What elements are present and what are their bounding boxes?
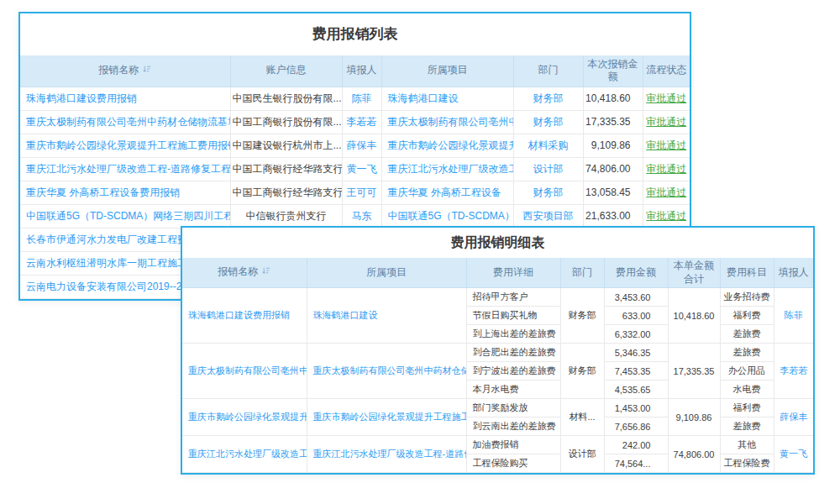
cell-reporter[interactable]: 薛保丰 bbox=[774, 399, 813, 436]
cell-amount: 5,346.35 bbox=[604, 344, 668, 362]
sort-descending-icon bbox=[142, 65, 151, 78]
column-header-label: 所属项目 bbox=[366, 266, 407, 278]
table-row: 重庆市鹅岭公园绿化景观提升工程施工费用报销中国建设银行杭州市上...薛保丰重庆市… bbox=[20, 134, 690, 157]
column-header-7: 填报人 bbox=[774, 258, 813, 288]
cell-account: 中国工商银行股份有限... bbox=[230, 110, 342, 134]
cell-category: 业务招待费 bbox=[720, 288, 774, 307]
cell-name[interactable]: 重庆江北污水处理厂级改造工程-道路修复工程费用... bbox=[20, 157, 230, 181]
cell-department[interactable]: 西安项目部 bbox=[513, 204, 583, 228]
detail-table-title: 费用报销明细表 bbox=[182, 228, 813, 258]
cell-reporter[interactable]: 陈菲 bbox=[774, 288, 813, 344]
cell-department[interactable]: 财务部 bbox=[513, 181, 583, 204]
detail-row: 重庆市鹅岭公园绿化景观提升工程施工重庆市鹅岭公园绿化景观提升工程施工部门奖励发放… bbox=[182, 399, 813, 417]
column-header-2: 填报人 bbox=[342, 55, 381, 87]
column-header-label: 本单金额合计 bbox=[674, 260, 714, 285]
cell-project[interactable]: 重庆太极制药有限公司亳州中药材仓储物流基地 bbox=[307, 344, 466, 399]
cell-reporter[interactable]: 李若若 bbox=[774, 344, 813, 399]
column-header-3: 所属项目 bbox=[381, 55, 513, 87]
cell-category: 差旅费 bbox=[720, 417, 774, 436]
cell-category: 工程保险费 bbox=[720, 454, 774, 473]
column-header-label: 所属项目 bbox=[428, 64, 468, 76]
column-header-label: 填报人 bbox=[347, 64, 377, 76]
column-header-label: 填报人 bbox=[779, 266, 809, 278]
cell-project[interactable]: 重庆市鹅岭公园绿化景观提升... bbox=[381, 134, 513, 157]
cell-project[interactable]: 重庆太极制药有限公司亳州中... bbox=[381, 110, 513, 134]
cell-amount: 74,564... bbox=[604, 454, 668, 473]
cell-amount: 7,656.86 bbox=[604, 417, 668, 436]
cell-detail: 部门奖励发放 bbox=[466, 399, 560, 417]
column-header-label: 部门 bbox=[538, 64, 559, 76]
cell-name[interactable]: 重庆太极制药有限公司亳州中药材仓储物流基地项... bbox=[20, 110, 230, 134]
column-header-label: 报销名称 bbox=[98, 64, 139, 76]
cell-name[interactable]: 重庆太极制药有限公司亳州中药材仓储物流基地项目 bbox=[182, 344, 307, 399]
cell-detail: 到云南出差的差旅费 bbox=[466, 417, 560, 436]
cell-detail: 到上海出差的差旅费 bbox=[466, 325, 560, 344]
cell-name[interactable]: 珠海鹤港口建设费用报销 bbox=[20, 87, 230, 110]
detail-row: 珠海鹤港口建设费用报销珠海鹤港口建设招待甲方客户财务部3,453.6010,41… bbox=[182, 288, 813, 307]
cell-status[interactable]: 审批通过 bbox=[643, 204, 690, 228]
cell-amount: 9,109.86 bbox=[583, 134, 643, 157]
cell-reporter[interactable]: 李若若 bbox=[342, 110, 381, 134]
cell-total: 10,418.60 bbox=[668, 288, 720, 344]
cell-reporter[interactable]: 王可可 bbox=[342, 181, 381, 204]
cell-project[interactable]: 重庆华夏 外高桥工程设备 bbox=[381, 181, 513, 204]
header-row: 报销名称账户信息填报人所属项目部门本次报销金额流程状态 bbox=[20, 55, 690, 87]
cell-amount: 4,535.65 bbox=[604, 381, 668, 399]
cell-category: 差旅费 bbox=[720, 344, 774, 362]
cell-reporter[interactable]: 陈菲 bbox=[342, 87, 381, 110]
detail-table-header: 报销名称所属项目费用详细部门费用金额本单金额合计费用科目填报人 bbox=[182, 258, 813, 288]
column-header-2: 费用详细 bbox=[466, 258, 560, 288]
cell-reporter[interactable]: 薛保丰 bbox=[342, 134, 381, 157]
cell-name[interactable]: 重庆市鹅岭公园绿化景观提升工程施工费用报销 bbox=[20, 134, 230, 157]
column-header-0[interactable]: 报销名称 bbox=[182, 258, 307, 288]
table-row: 重庆江北污水处理厂级改造工程-道路修复工程费用...中国工商银行经华路支行黄一飞… bbox=[20, 157, 690, 181]
cell-reporter[interactable]: 马东 bbox=[342, 204, 381, 228]
cell-account: 中国工商银行经华路支行 bbox=[230, 157, 342, 181]
cell-name[interactable]: 重庆江北污水处理厂级改造工程-道路修复 bbox=[182, 436, 307, 473]
cell-reporter[interactable]: 黄一飞 bbox=[774, 436, 813, 473]
cell-name[interactable]: 中国联通5G（TD-SCDMA）网络三期四川工程费... bbox=[20, 204, 230, 228]
cell-project[interactable]: 重庆江北污水处理厂级改造工... bbox=[381, 157, 513, 181]
cell-department[interactable]: 财务部 bbox=[513, 110, 583, 134]
cell-status[interactable]: 审批通过 bbox=[643, 134, 690, 157]
cell-project[interactable]: 珠海鹤港口建设 bbox=[381, 87, 513, 110]
cell-category: 差旅费 bbox=[720, 325, 774, 344]
cell-account: 中国建设银行杭州市上... bbox=[230, 134, 342, 157]
cell-project[interactable]: 重庆市鹅岭公园绿化景观提升工程施工 bbox=[307, 399, 466, 436]
cell-status[interactable]: 审批通过 bbox=[643, 110, 690, 134]
cell-amount: 1,453.00 bbox=[604, 399, 668, 417]
cell-project[interactable]: 重庆江北污水处理厂级改造工程-道路修复工程 bbox=[307, 436, 466, 473]
table-row: 重庆太极制药有限公司亳州中药材仓储物流基地项...中国工商银行股份有限...李若… bbox=[20, 110, 690, 134]
column-header-0[interactable]: 报销名称 bbox=[20, 55, 230, 87]
cell-status[interactable]: 审批通过 bbox=[643, 157, 690, 181]
cell-detail: 到合肥出差的差旅费 bbox=[466, 344, 560, 362]
cell-project[interactable]: 珠海鹤港口建设 bbox=[307, 288, 466, 344]
cell-account: 中国工商银行经华路支行 bbox=[230, 181, 342, 204]
cell-status[interactable]: 审批通过 bbox=[643, 181, 690, 204]
column-header-4: 部门 bbox=[513, 55, 583, 87]
cell-reporter[interactable]: 黄一飞 bbox=[342, 157, 381, 181]
cell-status[interactable]: 审批通过 bbox=[643, 87, 690, 110]
column-header-label: 流程状态 bbox=[646, 64, 686, 76]
cell-project[interactable]: 中国联通5G（TD-SCDMA）网... bbox=[381, 204, 513, 228]
cell-department[interactable]: 财务部 bbox=[513, 87, 583, 110]
cell-department[interactable]: 设计部 bbox=[513, 157, 583, 181]
cell-name[interactable]: 珠海鹤港口建设费用报销 bbox=[182, 288, 307, 344]
detail-table-body: 珠海鹤港口建设费用报销珠海鹤港口建设招待甲方客户财务部3,453.6010,41… bbox=[182, 288, 813, 473]
cell-department[interactable]: 材料采购 bbox=[513, 134, 583, 157]
list-table-header: 报销名称账户信息填报人所属项目部门本次报销金额流程状态 bbox=[20, 55, 690, 87]
cell-department: 设计部 bbox=[560, 436, 604, 473]
column-header-label: 部门 bbox=[572, 266, 592, 278]
cell-name[interactable]: 重庆市鹅岭公园绿化景观提升工程施工 bbox=[182, 399, 307, 436]
cell-name[interactable]: 重庆华夏 外高桥工程设备费用报销 bbox=[20, 181, 230, 204]
column-header-6: 流程状态 bbox=[643, 55, 690, 87]
cell-detail: 节假日购买礼物 bbox=[466, 307, 560, 325]
cell-category: 水电费 bbox=[720, 381, 774, 399]
column-header-label: 本次报销金额 bbox=[588, 58, 638, 83]
sort-descending-icon bbox=[261, 266, 270, 280]
cell-total: 9,109.86 bbox=[668, 399, 720, 436]
cell-amount: 13,058.45 bbox=[583, 181, 643, 204]
column-header-label: 报销名称 bbox=[218, 265, 258, 277]
column-header-1: 账户信息 bbox=[230, 55, 342, 87]
cell-detail: 加油费报销 bbox=[466, 436, 560, 454]
